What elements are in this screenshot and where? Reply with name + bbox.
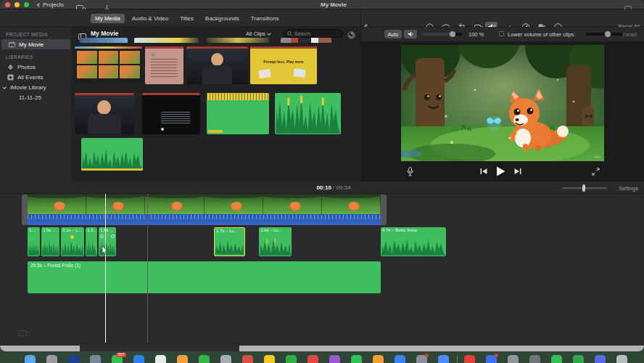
- dock-icon[interactable]: [551, 355, 562, 363]
- dock-icon[interactable]: [508, 355, 519, 363]
- sidebar-item-label: All Events: [17, 74, 44, 81]
- dock-icon[interactable]: [595, 355, 606, 363]
- dock-icon[interactable]: [486, 355, 497, 363]
- timeline-zoom-knob[interactable]: [582, 184, 585, 192]
- audio-clip[interactable]: 1.5s ...: [41, 227, 59, 256]
- ducking-slider[interactable]: [586, 33, 627, 36]
- dock-icon[interactable]: [416, 355, 427, 363]
- sidebar-item-photos[interactable]: Photos: [0, 62, 72, 72]
- mute-button[interactable]: [404, 30, 417, 38]
- close-window-button[interactable]: [5, 2, 10, 7]
- video-clip-filmstrip[interactable]: [28, 195, 381, 214]
- disclosure-chevron-icon[interactable]: [2, 85, 7, 89]
- timeline-zoom-slider[interactable]: [562, 187, 607, 189]
- sidebar-item-my-movie[interactable]: My Movie: [1, 39, 70, 49]
- minimize-window-button[interactable]: [15, 2, 20, 7]
- dock-icon[interactable]: [177, 355, 188, 363]
- dock-icon[interactable]: [329, 355, 340, 363]
- dock-icon[interactable]: [46, 355, 57, 363]
- lower-volume-checkbox[interactable]: [499, 31, 504, 36]
- media-thumbnail-partial[interactable]: [281, 38, 331, 43]
- clip-marker-icon[interactable]: [70, 235, 74, 239]
- dock-icon[interactable]: [573, 355, 584, 363]
- sidebar-item-imovie-library[interactable]: iMovie Library: [0, 82, 72, 92]
- video-audio-track[interactable]: [28, 214, 381, 225]
- auto-volume-button[interactable]: Auto: [384, 30, 402, 38]
- play-button[interactable]: [494, 165, 507, 178]
- dock-icon[interactable]: [68, 355, 79, 363]
- playhead[interactable]: [105, 194, 106, 343]
- dock-icon[interactable]: [25, 355, 36, 363]
- browser-chrome-strip: [75, 46, 142, 49]
- media-thumbnail-partial[interactable]: [80, 38, 128, 43]
- media-thumbnail-screen-recording[interactable]: [75, 46, 142, 84]
- media-thumbnail-terminal[interactable]: [142, 93, 200, 134]
- tab-backgrounds[interactable]: Backgrounds: [201, 14, 244, 23]
- media-thumbnail-partial[interactable]: [134, 38, 199, 43]
- media-thumbnail-slide[interactable]: Prompt less, Play more: [250, 46, 317, 84]
- volume-keyframe-icon[interactable]: [100, 234, 104, 238]
- media-thumbnail-audio[interactable]: [81, 138, 143, 171]
- media-thumbnail-audio[interactable]: [207, 93, 269, 134]
- media-thumbnail-audio[interactable]: [275, 93, 341, 134]
- previous-frame-button[interactable]: [477, 165, 490, 178]
- timeline-settings-button[interactable]: Settings: [619, 185, 638, 192]
- tab-audio-video[interactable]: Audio & Video: [128, 14, 173, 23]
- sidebar-item-library-date[interactable]: 11-11-25: [0, 92, 72, 102]
- tab-titles[interactable]: Titles: [176, 14, 198, 23]
- dock-icon[interactable]: [133, 355, 144, 363]
- dock-icon[interactable]: [155, 355, 166, 363]
- audio-clip[interactable]: 4.7s – Bobo Voice: [381, 227, 446, 256]
- dock-icon[interactable]: [351, 355, 362, 363]
- refresh-icon[interactable]: [347, 29, 355, 42]
- audio-clip[interactable]: 2.1s – L...: [61, 227, 84, 256]
- dock-icon-trash[interactable]: [616, 355, 627, 363]
- volume-reset-button[interactable]: Reset: [622, 31, 637, 38]
- dock-icon[interactable]: [242, 355, 253, 363]
- tab-my-media[interactable]: My Media: [91, 14, 125, 23]
- audio-clip[interactable]: 1...: [28, 227, 40, 256]
- background-music-clip[interactable]: 29.5s – Forest Frolic (1): [28, 261, 381, 293]
- volume-slider-knob[interactable]: [450, 31, 455, 37]
- fullscreen-icon[interactable]: [589, 165, 602, 178]
- ducking-slider-knob[interactable]: [605, 31, 611, 37]
- dock-icon[interactable]: [529, 355, 540, 363]
- dock-icon[interactable]: [264, 355, 275, 363]
- dock-icon[interactable]: [395, 355, 405, 363]
- person-body: [202, 65, 232, 84]
- media-thumbnail-talking-head[interactable]: [186, 46, 248, 84]
- back-to-projects-button[interactable]: Projects: [38, 1, 64, 8]
- clip-trim-handle-right[interactable]: [381, 195, 387, 225]
- dock-icon[interactable]: [307, 355, 318, 363]
- media-thumbnail-talking-head[interactable]: [75, 93, 134, 134]
- back-label: Projects: [43, 1, 64, 8]
- dock-icon[interactable]: [438, 355, 449, 363]
- dock-icon[interactable]: [373, 355, 384, 363]
- sidebar-item-all-events[interactable]: All Events: [0, 72, 72, 82]
- zoom-window-button[interactable]: [24, 2, 29, 7]
- voiceover-mic-button[interactable]: [403, 165, 416, 178]
- browser-chrome-strip: [75, 93, 134, 95]
- volume-keyframe-icon[interactable]: [111, 234, 115, 238]
- volume-slider[interactable]: [422, 33, 463, 36]
- dock-icon[interactable]: [199, 355, 210, 363]
- dock-icon[interactable]: 1507: [112, 355, 123, 363]
- media-thumbnail-partial[interactable]: [207, 38, 269, 43]
- tab-transitions[interactable]: Transitions: [247, 14, 284, 23]
- preview-viewer[interactable]: Veo: [401, 45, 604, 161]
- next-frame-button[interactable]: [511, 165, 524, 178]
- audio-clip[interactable]: 2.6s – Lu...: [259, 227, 292, 256]
- media-thumbnail-document[interactable]: [145, 46, 183, 84]
- dock-icon[interactable]: [286, 355, 297, 363]
- desktop: Projects My Movie My Media Audio & Video…: [0, 0, 644, 363]
- audio-ticks: [207, 93, 269, 100]
- dock-icon[interactable]: [464, 355, 475, 363]
- audio-clip-selected[interactable]: 2.7s – Lu...: [214, 227, 245, 256]
- search-input[interactable]: [294, 31, 338, 36]
- dock-icon[interactable]: [220, 355, 231, 363]
- audio-clip[interactable]: 1.2...: [86, 227, 97, 256]
- search-field[interactable]: [284, 29, 343, 38]
- dock-icon[interactable]: [90, 355, 101, 363]
- clip-trim-handle-left[interactable]: [22, 195, 28, 225]
- clips-filter-dropdown[interactable]: All Clips: [246, 30, 271, 37]
